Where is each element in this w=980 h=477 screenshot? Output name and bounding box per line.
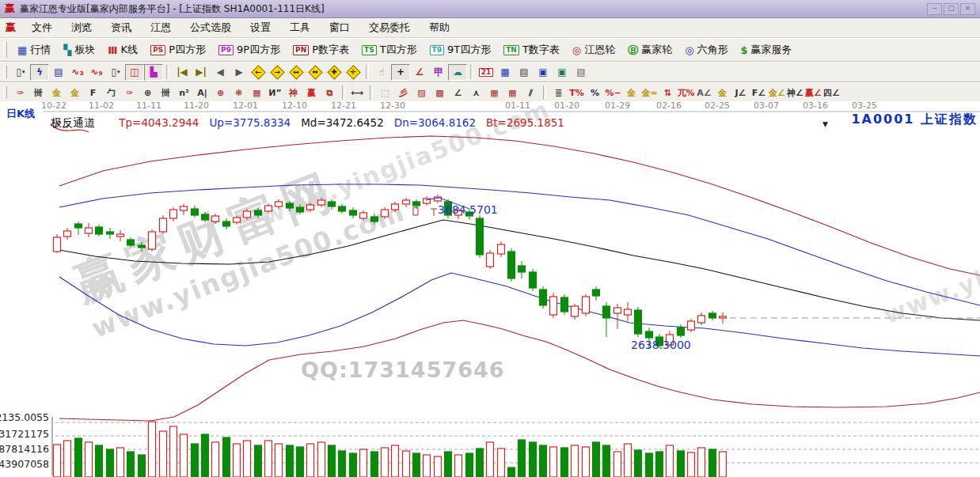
angle-lines-tool[interactable]: ∠	[449, 85, 467, 101]
ying-slope-tool[interactable]: 赢∠	[804, 85, 822, 101]
smart-analyse-button[interactable]: ☁	[448, 64, 467, 81]
circle-45-tool[interactable]: ⊕	[139, 85, 157, 101]
toolbar-grip[interactable]	[3, 86, 7, 100]
toolbar-grip[interactable]	[3, 42, 7, 58]
gold-lines-tool[interactable]: 金=	[640, 85, 659, 101]
quote-button[interactable]: ▦行情	[11, 40, 57, 59]
prev-button[interactable]: ◀	[211, 64, 230, 81]
gold-grid-tool-1[interactable]: 金	[47, 85, 66, 101]
zigzag-view-button[interactable]: ϟ	[30, 64, 49, 81]
width-measure-tool[interactable]: ⟷	[348, 85, 367, 101]
hexagon-button[interactable]: ◎六角形	[678, 40, 734, 59]
grid-box-tool-2[interactable]: ▦	[503, 85, 522, 101]
angle-tool-button[interactable]: ∠	[410, 64, 429, 81]
shen-grid-tool[interactable]: 神	[284, 85, 302, 101]
pan-hand-button[interactable]: ☝	[372, 64, 391, 81]
menu-item[interactable]: 帮助	[420, 21, 459, 35]
j-slope-tool[interactable]: J∠	[731, 85, 750, 101]
fan-lines-tool[interactable]: 彡	[394, 85, 412, 101]
service-button[interactable]: $赢家服务	[735, 40, 799, 59]
maximize-button[interactable]: ▢	[944, 3, 959, 15]
n-square-tool[interactable]: n²	[175, 85, 193, 101]
arrow-updown-tool[interactable]: ⇅	[659, 85, 677, 101]
export-button[interactable]: ▣	[553, 64, 572, 81]
print-button[interactable]: ▤	[572, 64, 591, 81]
chart-canvas[interactable]: 10-2211-0211-1111-2012-0112-1012-2112-30…	[0, 101, 980, 477]
9t-square-button[interactable]: T99T四方形	[424, 40, 498, 59]
gann-grid-tool[interactable]: 卌	[29, 85, 47, 101]
shen-slope-tool[interactable]: 神∠	[786, 85, 804, 101]
t-percent-tool[interactable]: Τ%	[568, 85, 586, 101]
shift-right-button[interactable]: →	[268, 64, 287, 81]
calculator-button[interactable]: ▦	[496, 64, 515, 81]
next-button[interactable]: ▶	[230, 64, 249, 81]
sectors-button[interactable]: ▚板块	[57, 40, 101, 59]
gold-slope-tool[interactable]: 金∠	[768, 85, 786, 101]
symbol-caret-icon[interactable]: ▼	[822, 120, 828, 128]
9p-square-button[interactable]: P99P四方形	[212, 40, 287, 59]
toolbar-grip[interactable]	[3, 66, 7, 79]
zoom-all-button[interactable]: ✛	[344, 64, 363, 81]
f-slope-tool[interactable]: F∠	[750, 85, 768, 101]
menu-item[interactable]: 浏览	[62, 21, 101, 35]
last-page-button[interactable]: ▶|	[192, 64, 211, 81]
box-select-tool[interactable]: ⬚	[376, 85, 394, 101]
close-button[interactable]: ×	[960, 3, 975, 15]
ying-box-tool[interactable]: 赢	[302, 85, 321, 101]
wave-9-button[interactable]: ∿₉	[87, 64, 106, 81]
kline-button[interactable]: ⅢK线	[101, 40, 144, 59]
menu-item[interactable]: 设置	[241, 21, 280, 35]
zoom-in-button[interactable]: ✚	[325, 64, 344, 81]
chart-area[interactable]: www.yingjia500.com 赢家财富网 www.yingjia500.…	[0, 101, 980, 477]
menu-item[interactable]: 资讯	[101, 21, 141, 35]
hook-grid-tool[interactable]: 勹	[102, 85, 120, 101]
candle-style-button[interactable]: ▯▾	[106, 64, 125, 81]
gann-tool-button[interactable]: 甲	[429, 64, 448, 81]
p-square-button[interactable]: PSP四方形	[144, 40, 212, 59]
circle-cross-tool[interactable]: ⊕	[211, 85, 230, 101]
menu-item[interactable]: 公式选股	[180, 21, 241, 35]
pi-percent-tool[interactable]: 兀%	[677, 85, 695, 101]
zigzag-lines-tool[interactable]: ⋏	[467, 85, 485, 101]
price-ladder-tool[interactable]: ≣	[549, 85, 568, 101]
web-circle-tool[interactable]: ❋	[230, 85, 248, 101]
fan-box-tool-2[interactable]: ▩	[431, 85, 449, 101]
calendar-button[interactable]: 21	[477, 64, 496, 81]
si-slope-tool[interactable]: 四∠	[822, 85, 841, 101]
info-list-button[interactable]: ▤	[49, 64, 68, 81]
save-button[interactable]: ▣	[534, 64, 553, 81]
grid-box-tool-1[interactable]: ▦	[485, 85, 503, 101]
wave-3-button[interactable]: ∿₃	[68, 64, 87, 81]
a-angle-tool[interactable]: A|	[193, 85, 211, 101]
menu-item[interactable]: 窗口	[320, 21, 359, 35]
t-table-button[interactable]: TNT数字表	[497, 40, 566, 59]
a-slope-tool[interactable]: A∠	[695, 85, 713, 101]
period-button[interactable]: ▯▾	[11, 64, 30, 81]
pattern-button[interactable]: ◫	[125, 64, 144, 81]
histogram-button[interactable]: ▙	[144, 64, 163, 81]
expand-h-button[interactable]: ↔	[287, 64, 306, 81]
title-bar[interactable]: 赢 赢家江恩专业版[赢家内部服务平台] - [上证指数 SH1A0001-111…	[0, 0, 980, 18]
grid-circle-tool[interactable]: ▦	[248, 85, 266, 101]
fan-box-tool-1[interactable]: ▨	[412, 85, 431, 101]
first-page-button[interactable]: |◀	[173, 64, 192, 81]
menu-item[interactable]: 工具	[280, 21, 320, 35]
f-grid-tool[interactable]: F	[84, 85, 102, 101]
t-square-button[interactable]: TST四方形	[355, 40, 424, 59]
percent-tool[interactable]: %	[586, 85, 604, 101]
menu-item[interactable]: 交易委托	[359, 21, 420, 35]
compress-h-button[interactable]: ⇔	[306, 64, 325, 81]
notes-button[interactable]: ▤	[515, 64, 534, 81]
knife-tool[interactable]: ✑	[120, 85, 139, 101]
gold-underline-tool[interactable]: 金	[713, 85, 731, 101]
compass-tool[interactable]: ✑	[11, 85, 29, 101]
menu-item[interactable]: 文件	[22, 21, 62, 35]
gann-wheel-button[interactable]: ◎江恩轮	[566, 40, 621, 59]
menu-item[interactable]: 江恩	[141, 21, 180, 35]
minimize-button[interactable]: ‒	[927, 3, 942, 15]
shift-left-button[interactable]: ←	[249, 64, 268, 81]
gold-circle-tool[interactable]: 金	[622, 85, 640, 101]
percent-box-tool[interactable]: %−	[604, 85, 622, 101]
n-quote-tool[interactable]: И”	[266, 85, 284, 101]
ruler-tool[interactable]: ⧉	[321, 85, 339, 101]
